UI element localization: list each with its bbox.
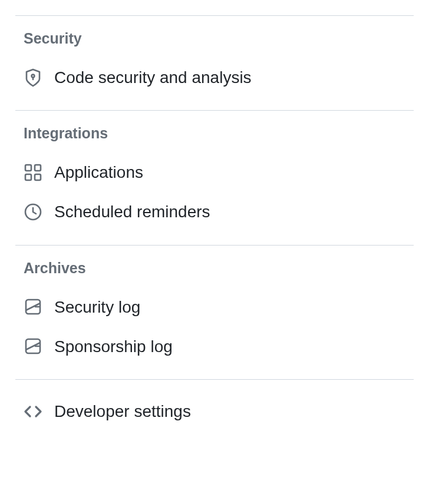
nav-item-scheduled-reminders[interactable]: Scheduled reminders (15, 192, 414, 231)
svg-rect-4 (35, 174, 41, 180)
nav-label: Developer settings (54, 400, 191, 423)
nav-item-sponsorship-log[interactable]: Sponsorship log (15, 327, 414, 366)
archives-section: Archives Security log Sponsorship log (15, 246, 414, 379)
section-header-archives: Archives (15, 246, 414, 287)
nav-label: Sponsorship log (54, 335, 173, 358)
nav-label: Security log (54, 296, 140, 319)
shield-icon (24, 68, 42, 87)
log-icon (24, 337, 42, 356)
standalone-section: Developer settings (15, 380, 414, 445)
nav-item-security-log[interactable]: Security log (15, 287, 414, 327)
section-header-security: Security (15, 16, 414, 58)
svg-rect-2 (35, 165, 41, 171)
svg-rect-3 (25, 174, 31, 180)
nav-label: Applications (54, 161, 143, 184)
security-section: Security Code security and analysis (15, 16, 414, 110)
svg-rect-1 (25, 165, 31, 171)
integrations-section: Integrations Applications Scheduled remi… (15, 111, 414, 244)
nav-label: Code security and analysis (54, 66, 252, 89)
nav-item-developer-settings[interactable]: Developer settings (15, 392, 414, 431)
clock-icon (24, 203, 42, 221)
nav-label: Scheduled reminders (54, 200, 210, 223)
log-icon (24, 297, 42, 316)
section-header-integrations: Integrations (15, 111, 414, 152)
nav-item-applications[interactable]: Applications (15, 152, 414, 192)
code-icon (24, 402, 42, 421)
apps-icon (24, 163, 42, 182)
settings-sidebar: Security Code security and analysis Inte… (0, 15, 429, 445)
nav-item-code-security[interactable]: Code security and analysis (15, 58, 414, 97)
